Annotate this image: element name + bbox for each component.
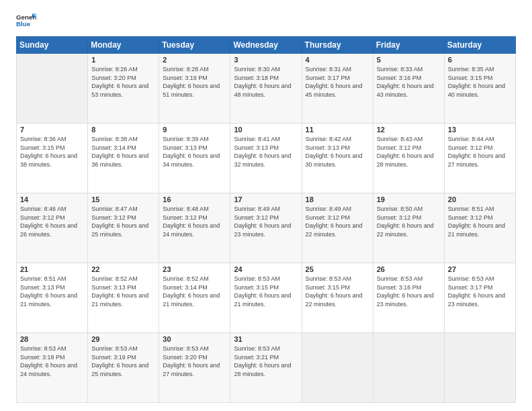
weekday-header-friday: Friday [373, 37, 444, 54]
day-number: 21 [20, 265, 84, 273]
day-number: 13 [448, 126, 512, 134]
weekday-header-thursday: Thursday [302, 37, 373, 54]
weekday-header-monday: Monday [88, 37, 159, 54]
calendar-cell: 20Sunrise: 8:51 AMSunset: 3:12 PMDayligh… [444, 193, 515, 263]
calendar-table: SundayMondayTuesdayWednesdayThursdayFrid… [16, 36, 516, 403]
calendar-cell: 3Sunrise: 8:30 AMSunset: 3:18 PMDaylight… [230, 54, 302, 124]
day-info: Sunrise: 8:49 AMSunset: 3:12 PMDaylight:… [234, 205, 298, 238]
calendar-cell [444, 333, 515, 403]
day-info: Sunrise: 8:53 AMSunset: 3:19 PMDaylight:… [91, 345, 155, 378]
calendar-cell: 8Sunrise: 8:38 AMSunset: 3:14 PMDaylight… [88, 124, 159, 193]
day-number: 29 [91, 335, 155, 343]
calendar-cell: 16Sunrise: 8:48 AMSunset: 3:12 PMDayligh… [159, 193, 230, 263]
calendar-cell: 10Sunrise: 8:41 AMSunset: 3:13 PMDayligh… [230, 124, 302, 193]
calendar-cell: 19Sunrise: 8:50 AMSunset: 3:12 PMDayligh… [373, 193, 444, 263]
day-number: 6 [448, 56, 512, 64]
calendar-cell: 2Sunrise: 8:28 AMSunset: 3:19 PMDaylight… [159, 54, 230, 124]
day-info: Sunrise: 8:31 AMSunset: 3:17 PMDaylight:… [306, 65, 369, 99]
day-info: Sunrise: 8:30 AMSunset: 3:18 PMDaylight:… [234, 65, 298, 99]
day-info: Sunrise: 8:52 AMSunset: 3:14 PMDaylight:… [163, 275, 226, 308]
day-number: 14 [20, 195, 84, 203]
day-info: Sunrise: 8:53 AMSunset: 3:20 PMDaylight:… [163, 345, 226, 378]
weekday-header-sunday: Sunday [17, 37, 88, 54]
day-number: 25 [306, 265, 369, 273]
day-number: 7 [20, 126, 84, 134]
calendar-cell: 14Sunrise: 8:46 AMSunset: 3:12 PMDayligh… [17, 193, 88, 263]
day-number: 1 [91, 56, 155, 64]
day-info: Sunrise: 8:38 AMSunset: 3:14 PMDaylight:… [91, 135, 155, 169]
day-number: 16 [163, 195, 226, 203]
day-number: 23 [163, 265, 226, 273]
day-info: Sunrise: 8:52 AMSunset: 3:13 PMDaylight:… [91, 275, 155, 308]
calendar-cell: 13Sunrise: 8:44 AMSunset: 3:12 PMDayligh… [444, 124, 515, 193]
day-number: 3 [234, 56, 298, 64]
day-info: Sunrise: 8:49 AMSunset: 3:12 PMDaylight:… [306, 205, 369, 238]
day-info: Sunrise: 8:28 AMSunset: 3:19 PMDaylight:… [163, 65, 226, 99]
day-number: 18 [306, 195, 369, 203]
day-number: 22 [91, 265, 155, 273]
day-info: Sunrise: 8:41 AMSunset: 3:13 PMDaylight:… [234, 135, 298, 169]
day-number: 4 [306, 56, 369, 64]
header: General Blue [16, 12, 516, 31]
calendar-cell: 25Sunrise: 8:53 AMSunset: 3:15 PMDayligh… [302, 263, 373, 333]
calendar-cell: 15Sunrise: 8:47 AMSunset: 3:12 PMDayligh… [88, 193, 159, 263]
day-number: 17 [234, 195, 298, 203]
calendar-cell: 17Sunrise: 8:49 AMSunset: 3:12 PMDayligh… [230, 193, 302, 263]
week-row-0: 1Sunrise: 8:26 AMSunset: 3:20 PMDaylight… [17, 54, 516, 124]
day-info: Sunrise: 8:53 AMSunset: 3:15 PMDaylight:… [306, 275, 369, 308]
day-info: Sunrise: 8:47 AMSunset: 3:12 PMDaylight:… [91, 205, 155, 238]
logo: General Blue [16, 12, 36, 31]
day-number: 2 [163, 56, 226, 64]
calendar-cell: 11Sunrise: 8:42 AMSunset: 3:13 PMDayligh… [302, 124, 373, 193]
day-number: 9 [163, 126, 226, 134]
calendar-cell [302, 333, 373, 403]
page: General Blue SundayMondayTuesdayWednesda… [0, 0, 532, 411]
calendar-cell [373, 333, 444, 403]
day-info: Sunrise: 8:39 AMSunset: 3:13 PMDaylight:… [163, 135, 226, 169]
day-number: 19 [377, 195, 441, 203]
day-number: 28 [20, 335, 84, 343]
day-info: Sunrise: 8:26 AMSunset: 3:20 PMDaylight:… [91, 65, 155, 99]
calendar-cell: 29Sunrise: 8:53 AMSunset: 3:19 PMDayligh… [88, 333, 159, 403]
day-info: Sunrise: 8:51 AMSunset: 3:12 PMDaylight:… [448, 205, 512, 238]
calendar-cell: 12Sunrise: 8:43 AMSunset: 3:12 PMDayligh… [373, 124, 444, 193]
day-number: 10 [234, 126, 298, 134]
calendar-cell: 5Sunrise: 8:33 AMSunset: 3:16 PMDaylight… [373, 54, 444, 124]
day-info: Sunrise: 8:46 AMSunset: 3:12 PMDaylight:… [20, 205, 84, 238]
day-info: Sunrise: 8:44 AMSunset: 3:12 PMDaylight:… [448, 135, 512, 169]
calendar-cell [17, 54, 88, 124]
day-number: 27 [448, 265, 512, 273]
calendar-cell: 21Sunrise: 8:51 AMSunset: 3:13 PMDayligh… [17, 263, 88, 333]
logo-icon: General Blue [16, 12, 36, 31]
weekday-header-saturday: Saturday [444, 37, 515, 54]
calendar-cell: 26Sunrise: 8:53 AMSunset: 3:16 PMDayligh… [373, 263, 444, 333]
calendar-cell: 7Sunrise: 8:36 AMSunset: 3:15 PMDaylight… [17, 124, 88, 193]
day-info: Sunrise: 8:36 AMSunset: 3:15 PMDaylight:… [20, 135, 84, 169]
svg-text:Blue: Blue [16, 20, 31, 28]
calendar-cell: 24Sunrise: 8:53 AMSunset: 3:15 PMDayligh… [230, 263, 302, 333]
calendar-cell: 1Sunrise: 8:26 AMSunset: 3:20 PMDaylight… [88, 54, 159, 124]
calendar-cell: 9Sunrise: 8:39 AMSunset: 3:13 PMDaylight… [159, 124, 230, 193]
calendar-cell: 4Sunrise: 8:31 AMSunset: 3:17 PMDaylight… [302, 54, 373, 124]
day-number: 31 [234, 335, 298, 343]
day-info: Sunrise: 8:53 AMSunset: 3:17 PMDaylight:… [448, 275, 512, 308]
day-info: Sunrise: 8:48 AMSunset: 3:12 PMDaylight:… [163, 205, 226, 238]
day-info: Sunrise: 8:33 AMSunset: 3:16 PMDaylight:… [377, 65, 441, 99]
day-number: 30 [163, 335, 226, 343]
day-info: Sunrise: 8:53 AMSunset: 3:16 PMDaylight:… [377, 275, 441, 308]
week-row-3: 21Sunrise: 8:51 AMSunset: 3:13 PMDayligh… [17, 263, 516, 333]
week-row-2: 14Sunrise: 8:46 AMSunset: 3:12 PMDayligh… [17, 193, 516, 263]
day-info: Sunrise: 8:35 AMSunset: 3:15 PMDaylight:… [448, 65, 512, 99]
day-number: 24 [234, 265, 298, 273]
weekday-header-wednesday: Wednesday [230, 37, 302, 54]
day-info: Sunrise: 8:53 AMSunset: 3:18 PMDaylight:… [20, 345, 84, 378]
day-info: Sunrise: 8:53 AMSunset: 3:21 PMDaylight:… [234, 345, 298, 378]
calendar-cell: 30Sunrise: 8:53 AMSunset: 3:20 PMDayligh… [159, 333, 230, 403]
calendar-cell: 22Sunrise: 8:52 AMSunset: 3:13 PMDayligh… [88, 263, 159, 333]
calendar-cell: 27Sunrise: 8:53 AMSunset: 3:17 PMDayligh… [444, 263, 515, 333]
day-info: Sunrise: 8:42 AMSunset: 3:13 PMDaylight:… [306, 135, 369, 169]
day-number: 15 [91, 195, 155, 203]
weekday-header-row: SundayMondayTuesdayWednesdayThursdayFrid… [17, 37, 516, 54]
day-number: 5 [377, 56, 441, 64]
week-row-1: 7Sunrise: 8:36 AMSunset: 3:15 PMDaylight… [17, 124, 516, 193]
